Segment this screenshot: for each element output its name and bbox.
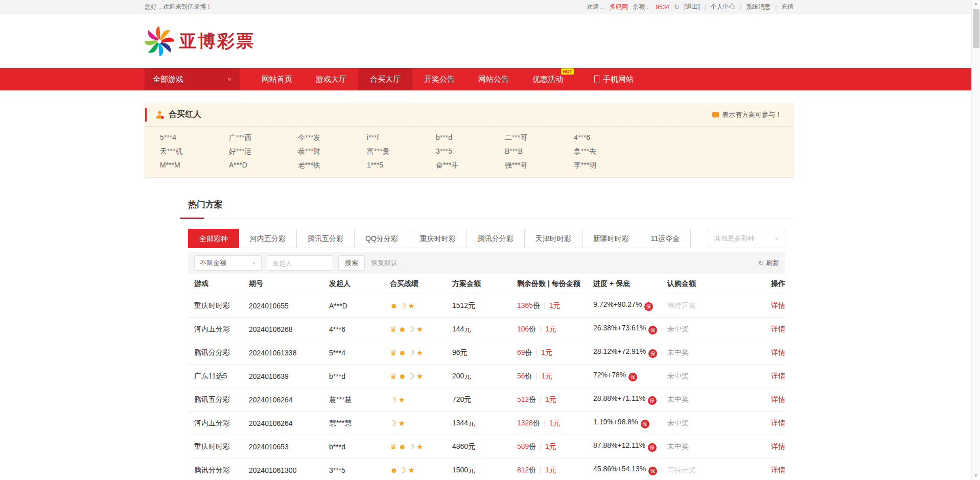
tab-2[interactable]: 腾讯五分彩 [297,229,355,248]
table-row: 重庆时时彩2024010653b***d♛☻☽★4860元589份|1元87.8… [188,435,785,459]
status-text: 未中奖 [667,395,755,404]
hot-user-name[interactable]: 富***贵 [367,147,436,156]
issue-number: 2024010653 [249,443,329,451]
remaining-shares: 56 [517,372,525,380]
detail-link[interactable]: 详情 [771,372,785,380]
hot-user-name[interactable]: i***f [367,133,436,142]
hot-user-name[interactable]: 1***5 [367,160,436,170]
hot-user-name[interactable]: 5***4 [160,133,229,142]
crown-icon: ♛ [390,325,396,333]
tab-3[interactable]: QQ分分彩 [355,229,409,248]
hot-user-name[interactable]: 今***发 [298,133,367,142]
hot-user-name[interactable]: 恭***财 [298,147,367,156]
hot-users-panel: 合买红人 表示有方案可参与！ 5***4广***西今***发i***fb***d… [145,103,794,178]
hot-user-name[interactable]: 广***西 [229,133,298,142]
initiator-name[interactable]: 慧***慧 [329,419,390,428]
face-icon: ☻ [398,372,406,380]
face-icon: ☻ [398,348,406,357]
hot-badge: HOT [561,68,574,75]
scrollbar-thumb[interactable] [973,9,979,48]
scroll-up-arrow[interactable]: ▲ [972,0,980,8]
detail-link[interactable]: 详情 [771,301,785,309]
column-header-6: 进度 + 保底 [593,279,667,289]
game-name: 腾讯五分彩 [188,395,249,404]
tab-8[interactable]: 11运夺金 [640,229,691,248]
tab-1[interactable]: 河内五分彩 [239,229,297,248]
nav-item-0[interactable]: 网站首页 [250,68,304,90]
nav-item-4[interactable]: 网站公告 [466,68,521,90]
hot-user-name[interactable]: 4***6 [574,133,643,142]
nav-item-3[interactable]: 开奖公告 [412,68,466,90]
nav-item-5[interactable]: 优惠活动HOT [521,68,575,90]
initiator-name[interactable]: A***D [329,302,390,310]
moon-icon: ☽ [390,395,396,404]
site-logo[interactable]: 亚博彩票 [145,27,255,56]
hot-user-name[interactable]: 李***明 [574,160,643,170]
tab-4[interactable]: 重庆时时彩 [409,229,467,248]
per-share-amount: 1元 [541,348,552,356]
search-button[interactable]: 搜索 [338,255,365,271]
all-games-label: 全部游戏 [153,75,183,84]
hot-user-name[interactable]: B***B [505,147,574,156]
initiator-name[interactable]: 5***4 [329,349,390,357]
chevron-down-icon: ∨ [252,260,256,266]
hot-user-name[interactable]: 老***铁 [298,160,367,170]
progress-value: 9.72%+90.27% [593,300,642,308]
per-share-amount: 1元 [545,442,556,450]
hot-user-name[interactable]: 好***运 [229,147,298,156]
hot-user-name[interactable]: 3***5 [436,147,505,156]
remaining-shares: 106 [517,325,529,333]
issue-number: 20240106264 [249,396,329,404]
detail-link[interactable]: 详情 [771,466,785,474]
initiator-name[interactable]: b***d [329,443,390,451]
profile-link[interactable]: 个人中心 [711,3,735,11]
nav-item-2[interactable]: 合买大厅 [358,68,412,90]
all-games-dropdown[interactable]: 全部游戏 ∨ [145,68,240,90]
share-suffix: 份 [525,348,532,356]
hot-user-name[interactable]: b***d [436,133,505,142]
detail-link[interactable]: 详情 [771,442,785,450]
nav-item-1[interactable]: 游戏大厅 [304,68,358,90]
detail-link[interactable]: 详情 [771,325,785,333]
detail-link[interactable]: 详情 [771,395,785,403]
chevron-down-icon: ∨ [775,236,779,241]
initiator-search-input[interactable] [267,255,333,271]
scroll-down-arrow[interactable]: ▼ [972,472,980,480]
tab-7[interactable]: 新疆时时彩 [582,229,640,248]
initiator-name[interactable]: 3***5 [329,466,390,474]
balance-refresh-icon[interactable]: ↻ [674,3,680,11]
tab-5[interactable]: 腾讯分分彩 [467,229,525,248]
hot-user-name[interactable]: 拿***去 [574,147,643,156]
more-lotteries-dropdown[interactable]: 其他更多彩种 ∨ [708,229,785,248]
initiator-name[interactable]: 慧***慧 [329,395,390,404]
hot-user-name[interactable]: 天***机 [160,147,229,156]
detail-link[interactable]: 详情 [771,348,785,356]
logout-link[interactable]: [退出] [684,3,700,11]
lottery-tabs: 全部彩种河内五分彩腾讯五分彩QQ分分彩重庆时时彩腾讯分分彩天津时时彩新疆时时彩1… [188,229,785,248]
amount-filter-select[interactable]: 不限金额 ∨ [194,255,262,271]
hot-user-name[interactable]: 强***哥 [505,160,574,170]
hot-user-name[interactable]: A***D [229,160,298,170]
hot-user-name[interactable]: M***M [160,160,229,170]
divider: | [544,419,546,427]
guarantee-badge: 保 [644,302,653,311]
action-cell: 详情 [755,348,785,357]
reset-default-link[interactable]: 恢复默认 [371,258,398,268]
vertical-scrollbar[interactable]: ▲ ▼ [971,0,980,480]
status-text: 等待开奖 [667,466,755,475]
hot-user-name[interactable]: 二***哥 [505,133,574,142]
nav-item-mobile-site[interactable]: 手机网站 [594,68,634,90]
initiator-name[interactable]: b***d [329,372,390,380]
deposit-link[interactable]: 充值 [781,3,794,11]
hot-user-name[interactable]: 奋***斗 [436,160,505,170]
progress-value: 26.38%+73.61% [593,324,646,332]
messages-link[interactable]: 系统消息 [746,3,771,11]
initiator-name[interactable]: 4***6 [329,325,390,333]
shares-and-price: 1328份|1元 [517,419,593,428]
detail-link[interactable]: 详情 [771,419,785,427]
brand-title: 亚博彩票 [179,30,255,53]
refresh-button[interactable]: ↻ 刷新 [758,258,779,268]
tab-0[interactable]: 全部彩种 [188,229,239,248]
hot-users-title: 合买红人 [169,109,201,120]
tab-6[interactable]: 天津时时彩 [525,229,582,248]
